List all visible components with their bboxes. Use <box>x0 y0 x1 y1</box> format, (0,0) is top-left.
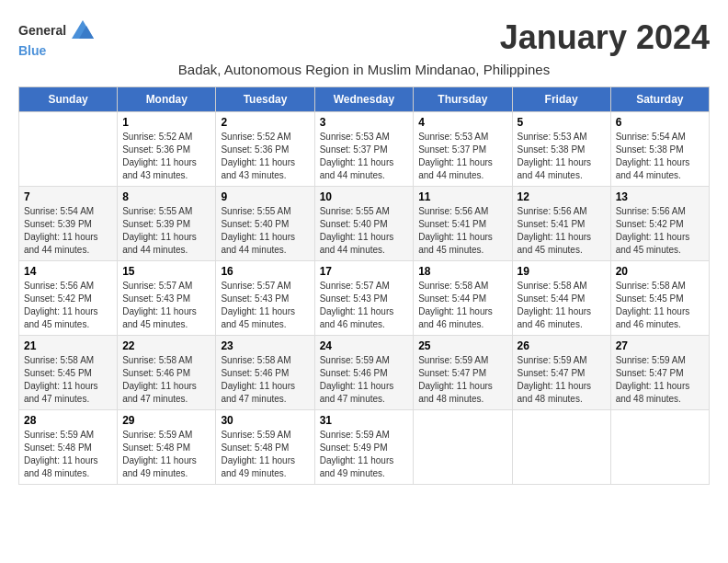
day-header-wednesday: Wednesday <box>314 87 414 112</box>
calendar-body: 1Sunrise: 5:52 AM Sunset: 5:36 PM Daylig… <box>19 112 710 485</box>
calendar-cell: 27Sunrise: 5:59 AM Sunset: 5:47 PM Dayli… <box>610 336 709 410</box>
day-info: Sunrise: 5:59 AM Sunset: 5:47 PM Dayligh… <box>418 354 506 406</box>
calendar-cell: 5Sunrise: 5:53 AM Sunset: 5:38 PM Daylig… <box>512 112 610 187</box>
day-info: Sunrise: 5:52 AM Sunset: 5:36 PM Dayligh… <box>221 131 309 182</box>
day-number: 16 <box>221 265 309 278</box>
day-info: Sunrise: 5:56 AM Sunset: 5:41 PM Dayligh… <box>518 205 606 257</box>
calendar-header-row: SundayMondayTuesdayWednesdayThursdayFrid… <box>19 87 710 112</box>
calendar-cell: 30Sunrise: 5:59 AM Sunset: 5:48 PM Dayli… <box>216 410 314 485</box>
day-number: 15 <box>122 265 210 278</box>
calendar-cell <box>610 410 709 485</box>
week-row-3: 14Sunrise: 5:56 AM Sunset: 5:42 PM Dayli… <box>19 261 710 336</box>
calendar-cell <box>512 410 610 485</box>
day-info: Sunrise: 5:58 AM Sunset: 5:44 PM Dayligh… <box>518 280 606 331</box>
calendar-cell: 15Sunrise: 5:57 AM Sunset: 5:43 PM Dayli… <box>118 261 216 336</box>
day-number: 28 <box>24 414 112 427</box>
day-info: Sunrise: 5:59 AM Sunset: 5:46 PM Dayligh… <box>320 354 409 406</box>
calendar-cell: 1Sunrise: 5:52 AM Sunset: 5:36 PM Daylig… <box>118 112 216 187</box>
week-row-2: 7Sunrise: 5:54 AM Sunset: 5:39 PM Daylig… <box>19 187 710 261</box>
day-info: Sunrise: 5:55 AM Sunset: 5:39 PM Dayligh… <box>122 205 210 257</box>
day-info: Sunrise: 5:59 AM Sunset: 5:48 PM Dayligh… <box>24 429 112 480</box>
day-info: Sunrise: 5:57 AM Sunset: 5:43 PM Dayligh… <box>122 280 210 331</box>
day-header-friday: Friday <box>512 87 610 112</box>
day-info: Sunrise: 5:59 AM Sunset: 5:49 PM Dayligh… <box>320 429 409 480</box>
day-number: 3 <box>320 116 409 129</box>
day-number: 27 <box>616 339 704 352</box>
day-info: Sunrise: 5:58 AM Sunset: 5:46 PM Dayligh… <box>221 354 309 406</box>
day-info: Sunrise: 5:52 AM Sunset: 5:36 PM Dayligh… <box>122 131 210 182</box>
day-info: Sunrise: 5:53 AM Sunset: 5:37 PM Dayligh… <box>418 131 506 182</box>
day-number: 30 <box>221 414 309 427</box>
calendar-cell: 31Sunrise: 5:59 AM Sunset: 5:49 PM Dayli… <box>314 410 414 485</box>
day-number: 1 <box>122 116 210 129</box>
day-header-thursday: Thursday <box>414 87 512 112</box>
day-number: 12 <box>518 190 606 203</box>
day-number: 26 <box>518 339 606 352</box>
calendar-cell <box>414 410 512 485</box>
logo-icon <box>70 18 96 44</box>
week-row-4: 21Sunrise: 5:58 AM Sunset: 5:45 PM Dayli… <box>19 336 710 410</box>
calendar-cell: 10Sunrise: 5:55 AM Sunset: 5:40 PM Dayli… <box>314 187 414 261</box>
day-info: Sunrise: 5:56 AM Sunset: 5:41 PM Dayligh… <box>418 205 506 257</box>
day-number: 29 <box>122 414 210 427</box>
day-number: 31 <box>320 414 409 427</box>
day-number: 25 <box>418 339 506 352</box>
logo-blue: Blue <box>18 44 46 58</box>
calendar-table: SundayMondayTuesdayWednesdayThursdayFrid… <box>18 86 710 485</box>
day-number: 22 <box>122 339 210 352</box>
calendar-cell: 20Sunrise: 5:58 AM Sunset: 5:45 PM Dayli… <box>610 261 709 336</box>
day-info: Sunrise: 5:56 AM Sunset: 5:42 PM Dayligh… <box>24 280 112 331</box>
calendar-cell: 4Sunrise: 5:53 AM Sunset: 5:37 PM Daylig… <box>414 112 512 187</box>
day-info: Sunrise: 5:59 AM Sunset: 5:47 PM Dayligh… <box>518 354 606 406</box>
calendar-cell: 23Sunrise: 5:58 AM Sunset: 5:46 PM Dayli… <box>216 336 314 410</box>
day-number: 17 <box>320 265 409 278</box>
calendar-cell: 12Sunrise: 5:56 AM Sunset: 5:41 PM Dayli… <box>512 187 610 261</box>
day-info: Sunrise: 5:53 AM Sunset: 5:37 PM Dayligh… <box>320 131 409 182</box>
calendar-cell: 6Sunrise: 5:54 AM Sunset: 5:38 PM Daylig… <box>610 112 709 187</box>
calendar-cell: 16Sunrise: 5:57 AM Sunset: 5:43 PM Dayli… <box>216 261 314 336</box>
day-header-tuesday: Tuesday <box>216 87 314 112</box>
calendar-cell: 18Sunrise: 5:58 AM Sunset: 5:44 PM Dayli… <box>414 261 512 336</box>
calendar-cell: 2Sunrise: 5:52 AM Sunset: 5:36 PM Daylig… <box>216 112 314 187</box>
day-info: Sunrise: 5:53 AM Sunset: 5:38 PM Dayligh… <box>518 131 606 182</box>
day-info: Sunrise: 5:55 AM Sunset: 5:40 PM Dayligh… <box>221 205 309 257</box>
day-info: Sunrise: 5:58 AM Sunset: 5:45 PM Dayligh… <box>616 280 704 331</box>
day-info: Sunrise: 5:58 AM Sunset: 5:45 PM Dayligh… <box>24 354 112 406</box>
day-info: Sunrise: 5:56 AM Sunset: 5:42 PM Dayligh… <box>616 205 704 257</box>
day-info: Sunrise: 5:58 AM Sunset: 5:44 PM Dayligh… <box>418 280 506 331</box>
subtitle: Badak, Autonomous Region in Muslim Minda… <box>18 62 710 77</box>
calendar-cell: 17Sunrise: 5:57 AM Sunset: 5:43 PM Dayli… <box>314 261 414 336</box>
day-number: 24 <box>320 339 409 352</box>
day-info: Sunrise: 5:57 AM Sunset: 5:43 PM Dayligh… <box>320 280 409 331</box>
calendar-cell: 25Sunrise: 5:59 AM Sunset: 5:47 PM Dayli… <box>414 336 512 410</box>
calendar-cell: 28Sunrise: 5:59 AM Sunset: 5:48 PM Dayli… <box>19 410 118 485</box>
header: General Blue January 2024 <box>18 18 710 58</box>
calendar-cell: 13Sunrise: 5:56 AM Sunset: 5:42 PM Dayli… <box>610 187 709 261</box>
calendar-cell: 24Sunrise: 5:59 AM Sunset: 5:46 PM Dayli… <box>314 336 414 410</box>
day-number: 6 <box>616 116 704 129</box>
day-info: Sunrise: 5:57 AM Sunset: 5:43 PM Dayligh… <box>221 280 309 331</box>
calendar-cell: 29Sunrise: 5:59 AM Sunset: 5:48 PM Dayli… <box>118 410 216 485</box>
day-number: 9 <box>221 190 309 203</box>
day-number: 18 <box>418 265 506 278</box>
day-number: 10 <box>320 190 409 203</box>
day-number: 5 <box>518 116 606 129</box>
day-number: 2 <box>221 116 309 129</box>
day-header-sunday: Sunday <box>19 87 118 112</box>
day-header-monday: Monday <box>118 87 216 112</box>
calendar-cell <box>19 112 118 187</box>
day-header-saturday: Saturday <box>610 87 709 112</box>
month-title: January 2024 <box>500 18 710 57</box>
logo: General Blue <box>18 18 96 58</box>
day-info: Sunrise: 5:59 AM Sunset: 5:47 PM Dayligh… <box>616 354 704 406</box>
day-number: 14 <box>24 265 112 278</box>
day-number: 11 <box>418 190 506 203</box>
calendar-cell: 8Sunrise: 5:55 AM Sunset: 5:39 PM Daylig… <box>118 187 216 261</box>
logo-general: General <box>18 24 66 38</box>
week-row-5: 28Sunrise: 5:59 AM Sunset: 5:48 PM Dayli… <box>19 410 710 485</box>
day-info: Sunrise: 5:55 AM Sunset: 5:40 PM Dayligh… <box>320 205 409 257</box>
calendar-cell: 26Sunrise: 5:59 AM Sunset: 5:47 PM Dayli… <box>512 336 610 410</box>
day-info: Sunrise: 5:59 AM Sunset: 5:48 PM Dayligh… <box>221 429 309 480</box>
calendar-cell: 14Sunrise: 5:56 AM Sunset: 5:42 PM Dayli… <box>19 261 118 336</box>
calendar-cell: 7Sunrise: 5:54 AM Sunset: 5:39 PM Daylig… <box>19 187 118 261</box>
